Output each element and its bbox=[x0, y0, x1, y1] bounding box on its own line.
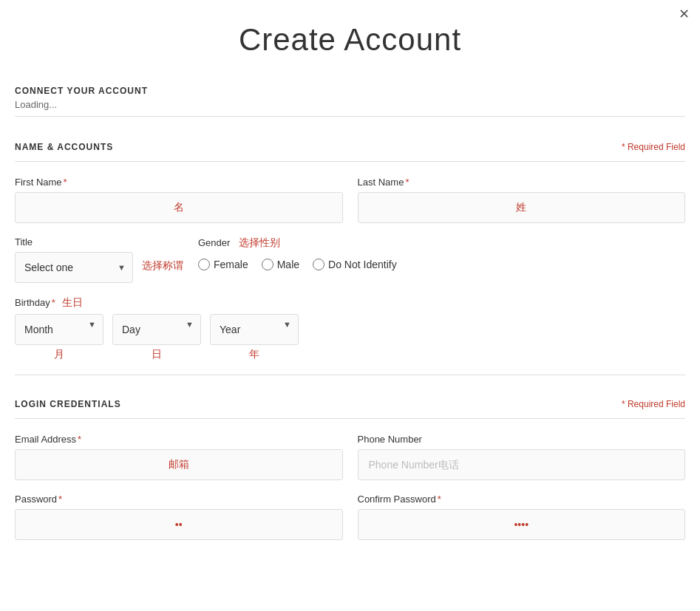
gender-male-label: Male bbox=[277, 259, 299, 270]
gender-male-radio[interactable] bbox=[262, 259, 273, 270]
email-required-star: * bbox=[78, 434, 81, 445]
birthday-hint: 生日 bbox=[62, 296, 83, 308]
first-name-required-star: * bbox=[64, 177, 67, 188]
connect-account-section: CONNECT YOUR ACCOUNT Loading... bbox=[15, 75, 685, 117]
title-select-wrapper: Select one Mr. Mrs. Ms. Dr. ▼ bbox=[15, 252, 133, 283]
confirm-password-input[interactable] bbox=[358, 509, 686, 540]
close-button[interactable]: ✕ bbox=[679, 7, 690, 21]
name-bottom-divider bbox=[15, 375, 685, 375]
gender-donotidentify-option[interactable]: Do Not Identify bbox=[313, 259, 397, 270]
password-input[interactable] bbox=[15, 509, 343, 540]
year-select-wrap: Year ▼ 年 bbox=[210, 314, 299, 361]
title-gender-row: Title Select one Mr. Mrs. Ms. Dr. ▼ 选择称谓 bbox=[15, 236, 685, 283]
last-name-label: Last Name* bbox=[358, 177, 686, 188]
month-hint: 月 bbox=[15, 348, 103, 361]
login-required-label: * Required Field bbox=[622, 399, 685, 409]
birthday-section: Birthday* 生日 Month January February Marc… bbox=[15, 296, 685, 361]
password-group: Password* bbox=[15, 494, 343, 540]
page-title: Create Account bbox=[0, 0, 700, 75]
birthday-selects-row: Month January February March April May J… bbox=[15, 314, 685, 361]
first-name-label: First Name* bbox=[15, 177, 343, 188]
password-row: Password* Confirm Password* bbox=[15, 494, 685, 540]
gender-female-option[interactable]: Female bbox=[198, 259, 248, 270]
title-label: Title bbox=[15, 236, 183, 248]
gender-options-row: Female Male Do Not Identify bbox=[198, 259, 685, 270]
name-required-label: * Required Field bbox=[622, 142, 685, 152]
login-divider bbox=[15, 418, 685, 419]
email-input[interactable] bbox=[15, 449, 343, 480]
login-section-title: LOGIN CREDENTIALS bbox=[15, 399, 121, 409]
name-divider bbox=[15, 161, 685, 162]
last-name-required-star: * bbox=[405, 177, 409, 188]
connect-section-title: CONNECT YOUR ACCOUNT bbox=[15, 86, 148, 96]
gender-male-option[interactable]: Male bbox=[262, 259, 299, 270]
connect-divider bbox=[15, 116, 685, 117]
year-hint: 年 bbox=[210, 348, 299, 361]
birthday-required-star: * bbox=[52, 297, 55, 308]
confirm-password-group: Confirm Password* bbox=[358, 494, 686, 540]
title-group: Title Select one Mr. Mrs. Ms. Dr. ▼ 选择称谓 bbox=[15, 236, 183, 283]
last-name-input[interactable] bbox=[358, 192, 686, 223]
phone-input[interactable] bbox=[358, 449, 686, 480]
gender-group: Gender 选择性别 Female Male Do Not Identify bbox=[198, 236, 685, 270]
confirm-password-required-star: * bbox=[438, 494, 441, 505]
gender-female-radio[interactable] bbox=[198, 259, 210, 270]
phone-group: Phone Number bbox=[358, 434, 686, 480]
birthday-label: Birthday* 生日 bbox=[15, 296, 685, 310]
last-name-group: Last Name* bbox=[358, 177, 686, 223]
gender-female-label: Female bbox=[214, 259, 248, 270]
year-select[interactable]: Year bbox=[210, 314, 299, 345]
month-select[interactable]: Month January February March April May J… bbox=[15, 314, 103, 345]
name-accounts-section: NAME & ACCOUNTS * Required Field First N… bbox=[15, 132, 685, 375]
login-credentials-section: LOGIN CREDENTIALS * Required Field Email… bbox=[15, 389, 685, 540]
gender-donotidentify-label: Do Not Identify bbox=[328, 259, 397, 270]
name-section-header: NAME & ACCOUNTS * Required Field bbox=[15, 132, 685, 155]
gender-hint-text: 选择性别 bbox=[239, 236, 280, 248]
loading-text: Loading... bbox=[15, 99, 685, 110]
title-select[interactable]: Select one Mr. Mrs. Ms. Dr. bbox=[15, 252, 133, 283]
day-select-wrap: Day ▼ 日 bbox=[112, 314, 201, 361]
email-phone-row: Email Address* Phone Number bbox=[15, 434, 685, 480]
email-group: Email Address* bbox=[15, 434, 343, 480]
name-section-title: NAME & ACCOUNTS bbox=[15, 142, 113, 152]
password-label: Password* bbox=[15, 494, 343, 505]
email-label: Email Address* bbox=[15, 434, 343, 445]
first-name-group: First Name* bbox=[15, 177, 343, 223]
connect-section-header: CONNECT YOUR ACCOUNT bbox=[15, 75, 685, 99]
password-required-star: * bbox=[58, 494, 62, 505]
first-name-input[interactable] bbox=[15, 192, 343, 223]
login-section-header: LOGIN CREDENTIALS * Required Field bbox=[15, 389, 685, 412]
close-icon: ✕ bbox=[679, 7, 690, 21]
month-select-wrap: Month January February March April May J… bbox=[15, 314, 103, 361]
gender-donotidentify-radio[interactable] bbox=[313, 259, 324, 270]
title-hint-text: 选择称谓 bbox=[142, 259, 183, 276]
day-hint: 日 bbox=[112, 348, 201, 361]
confirm-password-label: Confirm Password* bbox=[358, 494, 686, 505]
name-row: First Name* Last Name* bbox=[15, 177, 685, 223]
gender-label: Gender 选择性别 bbox=[198, 236, 685, 250]
phone-label: Phone Number bbox=[358, 434, 686, 445]
day-select[interactable]: Day bbox=[112, 314, 201, 345]
